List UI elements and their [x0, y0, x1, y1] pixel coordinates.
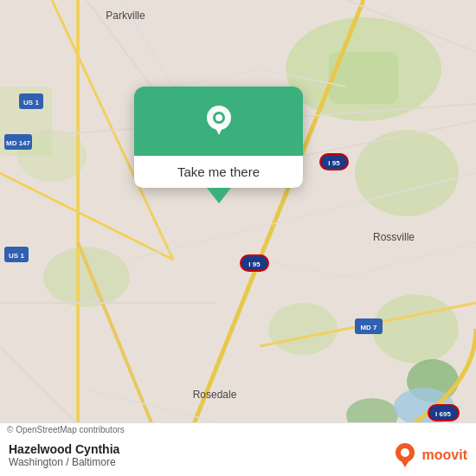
svg-line-23: [0, 346, 87, 433]
svg-point-52: [215, 114, 222, 121]
svg-text:US 1: US 1: [9, 252, 24, 260]
bottom-bar: © OpenStreetMap contributors Hazelwood C…: [0, 422, 476, 476]
svg-line-28: [346, 242, 476, 277]
svg-text:Rosedale: Rosedale: [193, 389, 237, 401]
moovit-text: moovit: [422, 447, 467, 463]
svg-point-5: [43, 247, 130, 307]
svg-text:US 1: US 1: [23, 99, 39, 106]
svg-marker-56: [400, 459, 410, 467]
svg-text:MD 7: MD 7: [360, 324, 377, 331]
svg-text:MD 147: MD 147: [6, 139, 31, 147]
svg-text:I 695: I 695: [435, 410, 451, 418]
svg-marker-53: [214, 125, 224, 135]
location-row: Hazelwood Cynthia Washington / Baltimore…: [0, 436, 476, 476]
location-title: Hazelwood Cynthia: [9, 442, 119, 456]
svg-text:I 95: I 95: [328, 159, 340, 167]
map-svg: US 1 US 1 MD 147 I 95 I 95 I 695 MD 7 Pa…: [0, 0, 476, 476]
moovit-icon: [391, 441, 419, 469]
popup-card: Take me there: [134, 87, 303, 188]
svg-text:Parkville: Parkville: [106, 10, 145, 22]
svg-point-2: [268, 303, 338, 355]
location-pin-icon: [198, 100, 240, 142]
moovit-logo: moovit: [391, 441, 467, 469]
svg-point-3: [372, 294, 459, 363]
attribution: © OpenStreetMap contributors: [0, 423, 476, 436]
location-subtitle: Washington / Baltimore: [9, 456, 119, 468]
map-container: US 1 US 1 MD 147 I 95 I 95 I 695 MD 7 Pa…: [0, 0, 476, 476]
svg-point-55: [401, 448, 409, 457]
svg-text:Rossville: Rossville: [373, 231, 415, 243]
take-me-there-button[interactable]: Take me there: [134, 156, 303, 188]
svg-line-27: [260, 260, 346, 277]
svg-line-29: [173, 69, 260, 87]
location-text: Hazelwood Cynthia Washington / Baltimore: [9, 442, 119, 468]
svg-text:I 95: I 95: [248, 261, 261, 268]
